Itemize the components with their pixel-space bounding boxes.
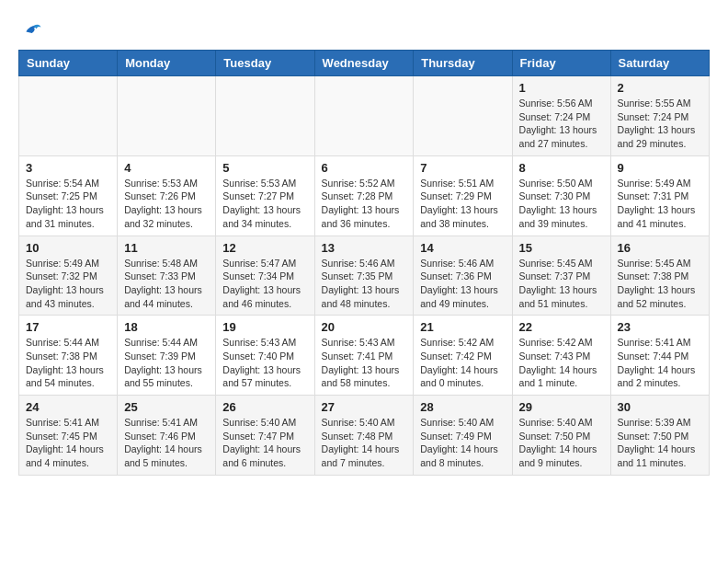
calendar-cell: 17Sunrise: 5:44 AM Sunset: 7:38 PM Dayli… xyxy=(19,316,118,396)
weekday-header-tuesday: Tuesday xyxy=(216,51,314,76)
calendar-cell: 22Sunrise: 5:42 AM Sunset: 7:43 PM Dayli… xyxy=(512,316,610,396)
calendar-cell: 24Sunrise: 5:41 AM Sunset: 7:45 PM Dayli… xyxy=(19,396,118,476)
day-number: 4 xyxy=(124,161,209,175)
day-info: Sunrise: 5:53 AM Sunset: 7:27 PM Dayligh… xyxy=(222,177,307,231)
calendar-cell: 13Sunrise: 5:46 AM Sunset: 7:35 PM Dayli… xyxy=(314,236,414,316)
weekday-header-friday: Friday xyxy=(512,51,610,76)
day-info: Sunrise: 5:53 AM Sunset: 7:26 PM Dayligh… xyxy=(124,177,209,231)
calendar-cell: 6Sunrise: 5:52 AM Sunset: 7:28 PM Daylig… xyxy=(314,155,414,236)
calendar-cell: 3Sunrise: 5:54 AM Sunset: 7:25 PM Daylig… xyxy=(19,155,118,236)
calendar-cell: 29Sunrise: 5:40 AM Sunset: 7:50 PM Dayli… xyxy=(512,396,610,476)
day-number: 22 xyxy=(519,320,604,334)
weekday-header-sunday: Sunday xyxy=(19,51,118,76)
day-number: 20 xyxy=(322,320,407,334)
calendar-table: SundayMondayTuesdayWednesdayThursdayFrid… xyxy=(18,50,710,476)
day-number: 21 xyxy=(420,320,505,334)
day-number: 24 xyxy=(26,400,110,414)
calendar-cell: 20Sunrise: 5:43 AM Sunset: 7:41 PM Dayli… xyxy=(314,316,414,396)
day-number: 3 xyxy=(26,161,110,175)
calendar-cell: 4Sunrise: 5:53 AM Sunset: 7:26 PM Daylig… xyxy=(118,155,216,236)
day-info: Sunrise: 5:51 AM Sunset: 7:29 PM Dayligh… xyxy=(420,177,505,231)
calendar-cell: 1Sunrise: 5:56 AM Sunset: 7:24 PM Daylig… xyxy=(512,76,610,156)
day-info: Sunrise: 5:40 AM Sunset: 7:49 PM Dayligh… xyxy=(420,416,505,470)
calendar-cell xyxy=(216,76,314,156)
weekday-header-row: SundayMondayTuesdayWednesdayThursdayFrid… xyxy=(19,51,710,76)
calendar-cell: 5Sunrise: 5:53 AM Sunset: 7:27 PM Daylig… xyxy=(216,155,314,236)
calendar-cell: 2Sunrise: 5:55 AM Sunset: 7:24 PM Daylig… xyxy=(610,76,709,156)
page-header xyxy=(18,18,710,40)
weekday-header-wednesday: Wednesday xyxy=(314,51,414,76)
day-number: 29 xyxy=(519,400,604,414)
day-number: 10 xyxy=(26,241,110,255)
day-info: Sunrise: 5:41 AM Sunset: 7:45 PM Dayligh… xyxy=(26,416,110,470)
day-number: 18 xyxy=(124,320,209,334)
week-row-5: 24Sunrise: 5:41 AM Sunset: 7:45 PM Dayli… xyxy=(19,396,710,476)
calendar-cell: 28Sunrise: 5:40 AM Sunset: 7:49 PM Dayli… xyxy=(414,396,512,476)
logo xyxy=(18,18,42,40)
day-info: Sunrise: 5:44 AM Sunset: 7:38 PM Dayligh… xyxy=(26,336,110,390)
day-info: Sunrise: 5:43 AM Sunset: 7:41 PM Dayligh… xyxy=(322,336,407,390)
day-info: Sunrise: 5:56 AM Sunset: 7:24 PM Dayligh… xyxy=(519,97,604,151)
day-number: 25 xyxy=(124,400,209,414)
day-number: 7 xyxy=(420,161,505,175)
calendar-cell: 15Sunrise: 5:45 AM Sunset: 7:37 PM Dayli… xyxy=(512,236,610,316)
day-info: Sunrise: 5:45 AM Sunset: 7:38 PM Dayligh… xyxy=(618,257,702,311)
day-number: 28 xyxy=(420,400,505,414)
day-number: 6 xyxy=(322,161,407,175)
day-info: Sunrise: 5:41 AM Sunset: 7:44 PM Dayligh… xyxy=(618,336,702,390)
day-number: 26 xyxy=(222,400,307,414)
calendar-cell: 11Sunrise: 5:48 AM Sunset: 7:33 PM Dayli… xyxy=(118,236,216,316)
logo-bird-icon xyxy=(20,18,42,40)
calendar-cell: 27Sunrise: 5:40 AM Sunset: 7:48 PM Dayli… xyxy=(314,396,414,476)
weekday-header-monday: Monday xyxy=(118,51,216,76)
day-number: 19 xyxy=(222,320,307,334)
calendar-cell: 12Sunrise: 5:47 AM Sunset: 7:34 PM Dayli… xyxy=(216,236,314,316)
calendar-cell: 18Sunrise: 5:44 AM Sunset: 7:39 PM Dayli… xyxy=(118,316,216,396)
week-row-2: 3Sunrise: 5:54 AM Sunset: 7:25 PM Daylig… xyxy=(19,155,710,236)
day-number: 15 xyxy=(519,241,604,255)
calendar-cell: 10Sunrise: 5:49 AM Sunset: 7:32 PM Dayli… xyxy=(19,236,118,316)
day-number: 9 xyxy=(618,161,702,175)
day-number: 13 xyxy=(322,241,407,255)
day-number: 14 xyxy=(420,241,505,255)
weekday-header-saturday: Saturday xyxy=(610,51,709,76)
calendar-cell: 9Sunrise: 5:49 AM Sunset: 7:31 PM Daylig… xyxy=(610,155,709,236)
day-info: Sunrise: 5:50 AM Sunset: 7:30 PM Dayligh… xyxy=(519,177,604,231)
weekday-header-thursday: Thursday xyxy=(414,51,512,76)
day-info: Sunrise: 5:39 AM Sunset: 7:50 PM Dayligh… xyxy=(618,416,702,470)
day-info: Sunrise: 5:49 AM Sunset: 7:32 PM Dayligh… xyxy=(26,257,110,311)
day-number: 2 xyxy=(618,81,702,95)
calendar-cell xyxy=(414,76,512,156)
day-number: 12 xyxy=(222,241,307,255)
day-number: 16 xyxy=(618,241,702,255)
day-info: Sunrise: 5:48 AM Sunset: 7:33 PM Dayligh… xyxy=(124,257,209,311)
day-info: Sunrise: 5:46 AM Sunset: 7:35 PM Dayligh… xyxy=(322,257,407,311)
day-info: Sunrise: 5:41 AM Sunset: 7:46 PM Dayligh… xyxy=(124,416,209,470)
day-number: 8 xyxy=(519,161,604,175)
day-number: 30 xyxy=(618,400,702,414)
day-info: Sunrise: 5:55 AM Sunset: 7:24 PM Dayligh… xyxy=(618,97,702,151)
day-info: Sunrise: 5:46 AM Sunset: 7:36 PM Dayligh… xyxy=(420,257,505,311)
calendar-cell: 30Sunrise: 5:39 AM Sunset: 7:50 PM Dayli… xyxy=(610,396,709,476)
day-number: 27 xyxy=(322,400,407,414)
day-info: Sunrise: 5:42 AM Sunset: 7:42 PM Dayligh… xyxy=(420,336,505,390)
calendar-cell: 7Sunrise: 5:51 AM Sunset: 7:29 PM Daylig… xyxy=(414,155,512,236)
calendar-cell xyxy=(19,76,118,156)
day-info: Sunrise: 5:40 AM Sunset: 7:47 PM Dayligh… xyxy=(222,416,307,470)
calendar-cell: 25Sunrise: 5:41 AM Sunset: 7:46 PM Dayli… xyxy=(118,396,216,476)
day-info: Sunrise: 5:42 AM Sunset: 7:43 PM Dayligh… xyxy=(519,336,604,390)
day-info: Sunrise: 5:45 AM Sunset: 7:37 PM Dayligh… xyxy=(519,257,604,311)
calendar-cell: 14Sunrise: 5:46 AM Sunset: 7:36 PM Dayli… xyxy=(414,236,512,316)
calendar-cell xyxy=(314,76,414,156)
day-number: 5 xyxy=(222,161,307,175)
day-number: 23 xyxy=(618,320,702,334)
day-info: Sunrise: 5:52 AM Sunset: 7:28 PM Dayligh… xyxy=(322,177,407,231)
day-info: Sunrise: 5:54 AM Sunset: 7:25 PM Dayligh… xyxy=(26,177,110,231)
day-number: 11 xyxy=(124,241,209,255)
week-row-4: 17Sunrise: 5:44 AM Sunset: 7:38 PM Dayli… xyxy=(19,316,710,396)
day-info: Sunrise: 5:47 AM Sunset: 7:34 PM Dayligh… xyxy=(222,257,307,311)
day-info: Sunrise: 5:40 AM Sunset: 7:50 PM Dayligh… xyxy=(519,416,604,470)
day-info: Sunrise: 5:43 AM Sunset: 7:40 PM Dayligh… xyxy=(222,336,307,390)
day-number: 1 xyxy=(519,81,604,95)
calendar-cell xyxy=(118,76,216,156)
